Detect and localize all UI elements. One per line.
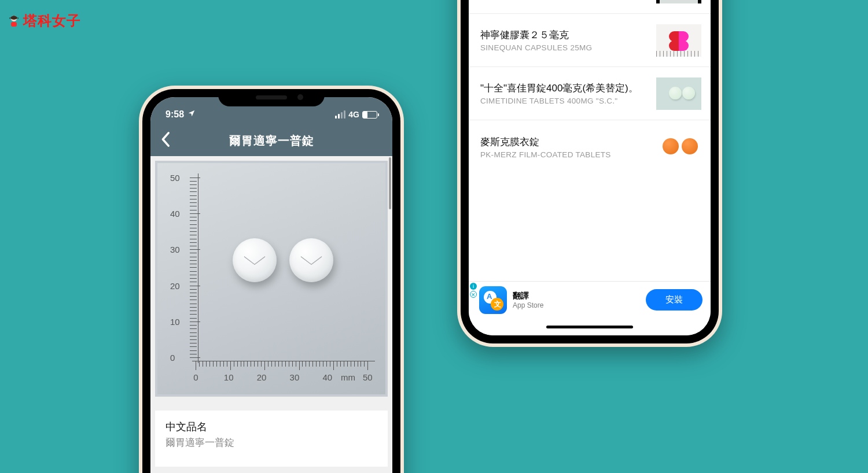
- list-item-subtitle: CIMETIDINE TABLETS 400MG "S.C.": [480, 97, 648, 105]
- phone-mockup-detail: 9:58 4G 爾胃適寧一普錠: [139, 86, 404, 473]
- svg-rect-1: [11, 22, 17, 27]
- ruler-horizontal: 0 10 20 30 40 50 mm: [192, 361, 375, 386]
- watermark-text: 塔科女子: [23, 12, 81, 30]
- detail-scroll-area[interactable]: 50 40 30 20 10 0 0 10 20 30: [150, 156, 392, 473]
- ad-close-icon[interactable]: ✕: [470, 291, 477, 298]
- list-item-thumb: [656, 131, 701, 163]
- list-item-title: 麥斯克膜衣錠: [480, 135, 648, 149]
- back-button[interactable]: [161, 131, 171, 150]
- ad-title: 翻譯: [513, 291, 640, 301]
- nav-title: 爾胃適寧一普錠: [150, 133, 392, 149]
- phone-mockup-list: 愛可舒痰發泡錠200毫克 Stacytine 200 "仙台"胃佳寧錠10毫克（…: [457, 0, 722, 347]
- location-arrow-icon: [187, 109, 196, 120]
- list-item[interactable]: "十全"喜佳胃錠400毫克(希美替定)。 CIMETIDINE TABLETS …: [469, 67, 711, 120]
- drug-photo: 50 40 30 20 10 0 0 10 20 30: [157, 163, 385, 394]
- list-item-thumb: [656, 77, 701, 110]
- ad-badges: i ✕: [470, 283, 477, 298]
- list-item-subtitle: PK-MERZ FILM-COATED TABLETS: [480, 150, 648, 159]
- list-item-thumb: [656, 24, 701, 57]
- status-network: 4G: [348, 110, 359, 119]
- signal-bars-icon: [335, 110, 345, 119]
- list-item[interactable]: 神寧健膠囊２５毫克 SINEQUAN CAPSULES 25MG: [469, 14, 711, 67]
- home-indicator-area: [469, 318, 711, 335]
- list-item-thumb: [656, 0, 701, 3]
- ad-info-icon[interactable]: i: [470, 283, 477, 290]
- ad-subtitle: App Store: [513, 301, 640, 309]
- pill-image-1: [233, 238, 277, 282]
- list-item-title: 神寧健膠囊２５毫克: [480, 28, 648, 42]
- home-indicator[interactable]: [546, 326, 633, 328]
- list-item[interactable]: "仙台"胃佳寧錠10毫克（歐西拉因） OXETHAZAINE TABLETS "…: [469, 0, 711, 14]
- ruler-vertical: 50 40 30 20 10 0: [170, 173, 193, 363]
- install-button[interactable]: 安裝: [646, 289, 703, 311]
- battery-icon: [362, 111, 377, 119]
- list-item-title: "十全"喜佳胃錠400毫克(希美替定)。: [480, 82, 648, 95]
- ad-banner[interactable]: i ✕ A 文 翻譯 App Store 安裝: [469, 281, 711, 318]
- phone-notch: [218, 89, 325, 106]
- status-time: 9:58: [165, 109, 184, 120]
- site-watermark: 塔科女子: [7, 12, 81, 30]
- info-field-value: 爾胃適寧一普錠: [165, 436, 377, 449]
- nav-bar: 爾胃適寧一普錠: [150, 125, 392, 156]
- scroll-indicator: [389, 157, 391, 209]
- info-card: 中文品名 爾胃適寧一普錠: [155, 411, 388, 467]
- pill-image-2: [289, 238, 333, 282]
- ruler-unit: mm: [341, 372, 355, 382]
- list-item[interactable]: 麥斯克膜衣錠 PK-MERZ FILM-COATED TABLETS: [469, 120, 711, 173]
- info-field-label: 中文品名: [165, 420, 377, 434]
- ad-app-icon: A 文: [479, 286, 507, 314]
- watermark-avatar-icon: [7, 14, 21, 28]
- list-item-subtitle: SINEQUAN CAPSULES 25MG: [480, 43, 648, 52]
- drug-photo-card: 50 40 30 20 10 0 0 10 20 30: [155, 161, 388, 397]
- drug-list[interactable]: 愛可舒痰發泡錠200毫克 Stacytine 200 "仙台"胃佳寧錠10毫克（…: [469, 0, 711, 281]
